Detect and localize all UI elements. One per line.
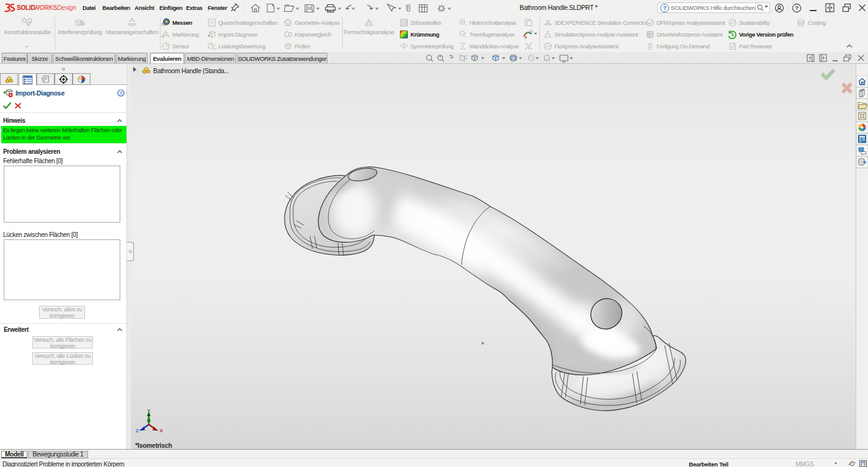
svg-text:Design: Design: [57, 4, 76, 11]
svg-text:Z: Z: [136, 428, 139, 434]
svg-text:Y: Y: [148, 408, 151, 414]
svg-text:?: ?: [795, 4, 799, 11]
svg-text:SOLID: SOLID: [17, 4, 35, 11]
svg-text:*: *: [481, 340, 484, 349]
svg-text:WORKS: WORKS: [34, 4, 58, 11]
svg-text:X: X: [160, 428, 163, 434]
svg-text:?: ?: [120, 91, 123, 96]
